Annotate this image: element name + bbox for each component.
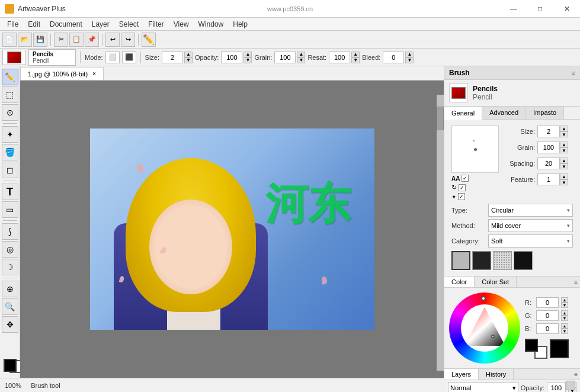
- tool-select[interactable]: ⬚: [2, 86, 18, 103]
- grain-input[interactable]: [274, 52, 296, 63]
- menu-document[interactable]: Document: [45, 19, 87, 30]
- swatch-white[interactable]: [514, 251, 533, 270]
- copy-button[interactable]: 📋: [69, 33, 84, 47]
- tool-shape[interactable]: ▭: [2, 201, 18, 218]
- menu-window[interactable]: Window: [194, 19, 229, 30]
- tool-text[interactable]: T: [2, 184, 18, 200]
- layer-mode-select[interactable]: Normal ▾: [448, 382, 518, 392]
- swatch-dots[interactable]: [493, 251, 512, 270]
- cut-button[interactable]: ✂: [54, 33, 68, 47]
- r-spin-down[interactable]: ▼: [561, 303, 568, 308]
- g-spin-down[interactable]: ▼: [561, 316, 568, 321]
- tool-smudge[interactable]: ⟆: [2, 223, 18, 240]
- panel-menu-icon[interactable]: ≡: [572, 70, 575, 76]
- brush-spacing-input[interactable]: [537, 158, 560, 169]
- tab-impasto[interactable]: Impasto: [526, 107, 564, 119]
- maximize-button[interactable]: □: [527, 0, 553, 18]
- g-input[interactable]: [536, 310, 559, 321]
- layers-menu-icon[interactable]: ≡: [574, 371, 578, 378]
- tool-eyedropper[interactable]: ⊕: [2, 281, 18, 297]
- tool-dodge[interactable]: ☽: [2, 259, 18, 275]
- swatch-black[interactable]: [472, 251, 491, 270]
- menu-filter[interactable]: Filter: [143, 19, 169, 30]
- new-button[interactable]: 📄: [2, 33, 17, 47]
- bleed-input[interactable]: [383, 52, 404, 63]
- undo-button[interactable]: ↩: [105, 33, 120, 47]
- tool-hand[interactable]: ✥: [2, 316, 18, 333]
- bleed-up[interactable]: ▲: [405, 52, 414, 57]
- menu-help[interactable]: Help: [228, 19, 252, 30]
- minimize-button[interactable]: —: [500, 0, 527, 18]
- tab-layers[interactable]: Layers: [444, 369, 479, 380]
- rotation-checkbox[interactable]: ✓: [459, 184, 466, 191]
- brush-feature-input[interactable]: [537, 173, 560, 185]
- category-select[interactable]: Soft ▾: [488, 234, 573, 248]
- resat-input[interactable]: [329, 52, 350, 63]
- color-wheel-container[interactable]: [449, 293, 520, 364]
- swatch-gray[interactable]: [451, 251, 470, 270]
- tab-color-set[interactable]: Color Set: [475, 277, 517, 287]
- resat-down[interactable]: ▼: [351, 57, 360, 63]
- tab-close-button[interactable]: ×: [92, 70, 96, 77]
- b-spin-up[interactable]: ▲: [561, 323, 568, 329]
- mode-normal-button[interactable]: ⬜: [105, 52, 120, 63]
- layer-opacity-input[interactable]: [547, 382, 566, 392]
- menu-edit[interactable]: Edit: [23, 19, 45, 30]
- size-down[interactable]: ▼: [184, 57, 193, 63]
- tool-blur[interactable]: ◎: [2, 241, 18, 258]
- tab-history[interactable]: History: [479, 369, 514, 380]
- grain-down[interactable]: ▼: [297, 57, 305, 63]
- vertical-scrollbar[interactable]: [437, 95, 444, 371]
- type-select[interactable]: Circular ▾: [488, 204, 573, 217]
- opacity-down[interactable]: ▼: [243, 57, 252, 63]
- tool-clone[interactable]: ✦: [2, 126, 18, 143]
- menu-layer[interactable]: Layer: [87, 19, 114, 30]
- tab-general[interactable]: General: [444, 107, 482, 120]
- resat-up[interactable]: ▲: [351, 52, 360, 57]
- r-spin-up[interactable]: ▲: [561, 297, 568, 303]
- feature-checkbox[interactable]: ✓: [458, 193, 465, 200]
- spacing-spin-down[interactable]: ▼: [560, 163, 568, 169]
- aa-checkbox[interactable]: ✓: [462, 175, 469, 182]
- size-spin-up[interactable]: ▲: [560, 126, 568, 131]
- canvas-tab[interactable]: 1.jpg @ 100% (8-bit) ×: [20, 67, 104, 80]
- size-spin-down[interactable]: ▼: [560, 131, 568, 137]
- pencil-icon[interactable]: ✏️: [142, 33, 156, 47]
- canvas-container[interactable]: 河东: [20, 81, 444, 378]
- save-button[interactable]: 💾: [33, 33, 47, 47]
- mode-alt-button[interactable]: ⬛: [122, 52, 136, 63]
- b-spin-down[interactable]: ▼: [561, 329, 568, 334]
- open-button[interactable]: 📂: [18, 33, 32, 47]
- redo-button[interactable]: ↪: [121, 33, 135, 47]
- bleed-down[interactable]: ▼: [405, 57, 414, 63]
- opacity-up[interactable]: ▲: [243, 52, 252, 57]
- paste-button[interactable]: 📌: [85, 33, 99, 47]
- tab-color[interactable]: Color: [444, 277, 475, 287]
- b-input[interactable]: [536, 323, 559, 334]
- grain-up[interactable]: ▲: [297, 52, 305, 57]
- color-menu-icon[interactable]: ≡: [574, 279, 578, 285]
- g-spin-up[interactable]: ▲: [561, 310, 568, 316]
- foreground-color-swatch[interactable]: [4, 359, 17, 372]
- fg-color-display[interactable]: [525, 339, 538, 352]
- scrollbar-thumb[interactable]: [437, 107, 444, 130]
- tool-eraser[interactable]: ◻: [2, 162, 18, 178]
- tool-paint[interactable]: 🪣: [2, 144, 18, 160]
- grain-spin-up[interactable]: ▲: [560, 142, 568, 147]
- menu-view[interactable]: View: [169, 19, 194, 30]
- tool-zoom[interactable]: 🔍: [2, 298, 18, 315]
- r-input[interactable]: [536, 297, 559, 308]
- brush-grain-input[interactable]: [537, 142, 560, 153]
- method-select[interactable]: Mild cover ▾: [488, 219, 573, 232]
- main-color-swatch[interactable]: [550, 339, 569, 358]
- tool-lasso[interactable]: ⊙: [2, 104, 18, 121]
- menu-select[interactable]: Select: [114, 19, 143, 30]
- opacity-input[interactable]: [221, 52, 242, 63]
- grain-spin-down[interactable]: ▼: [560, 147, 568, 153]
- color-wheel[interactable]: [449, 293, 520, 364]
- feature-spin-up[interactable]: ▲: [560, 173, 568, 179]
- spacing-spin-up[interactable]: ▲: [560, 158, 568, 163]
- close-button[interactable]: ✕: [553, 0, 580, 18]
- size-up[interactable]: ▲: [184, 52, 193, 57]
- tab-advanced[interactable]: Advanced: [482, 107, 526, 119]
